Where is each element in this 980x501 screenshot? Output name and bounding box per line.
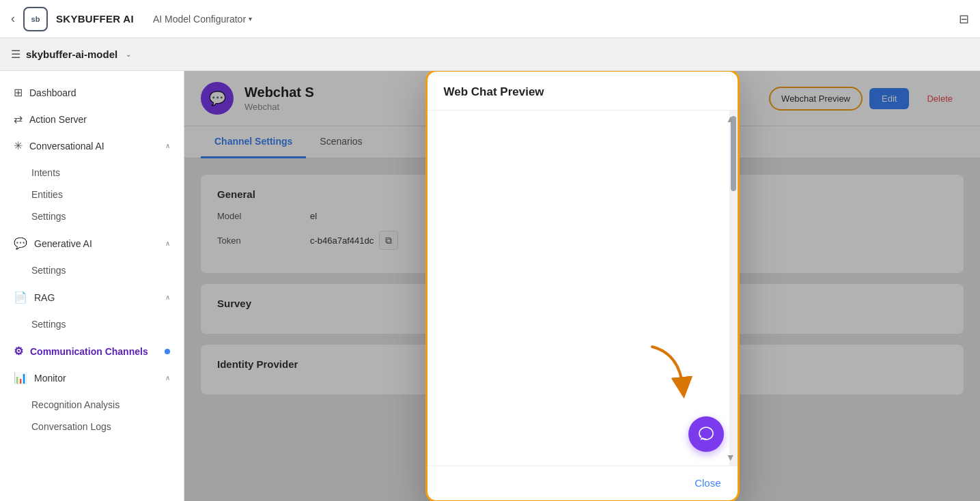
rag-icon: 📄 — [14, 291, 27, 304]
sidebar-item-label: Communication Channels — [30, 346, 158, 357]
modal-body: ▲ ▼ — [428, 111, 738, 466]
monitor-icon: 📊 — [14, 371, 27, 384]
generative-ai-submenu: Settings — [0, 257, 184, 284]
sidebar-item-label: Conversational AI — [29, 141, 158, 152]
second-bar: ☰ skybuffer-ai-model ⌄ — [0, 38, 980, 71]
active-dot — [165, 349, 170, 354]
sidebar-item-communication-channels[interactable]: ⚙ Communication Channels — [0, 338, 184, 364]
sidebar-item-label: Action Server — [29, 114, 170, 125]
sidebar-item-conversational-ai[interactable]: ✳ Conversational AI ∧ — [0, 132, 184, 159]
sidebar: ⊞ Dashboard ⇄ Action Server ✳ Conversati… — [0, 71, 184, 501]
sidebar-item-label: Dashboard — [29, 87, 170, 98]
sidebar-item-generative-settings[interactable]: Settings — [0, 259, 184, 281]
sidebar-item-label: Generative AI — [34, 238, 158, 249]
chevron-icon: ∧ — [165, 142, 170, 149]
hamburger-icon[interactable]: ☰ — [11, 48, 20, 61]
rag-submenu: Settings — [0, 311, 184, 338]
scroll-down-arrow[interactable]: ▼ — [726, 452, 736, 463]
brand-name: SKYBUFFER AI — [56, 13, 134, 25]
sidebar-item-recognition-analysis[interactable]: Recognition Analysis — [0, 394, 184, 416]
arrow-svg — [645, 340, 700, 401]
chevron-icon: ∧ — [165, 294, 170, 301]
chevron-icon: ∧ — [165, 374, 170, 382]
close-button[interactable]: Close — [695, 477, 720, 489]
sidebar-item-action-server[interactable]: ⇄ Action Server — [0, 106, 184, 132]
sidebar-item-rag-settings[interactable]: Settings — [0, 313, 184, 335]
content-area: 💬 Webchat S Webchat Webchat Preview Edit… — [184, 71, 980, 501]
scroll-thumb[interactable] — [731, 116, 736, 191]
workspace-chevron-icon[interactable]: ⌄ — [126, 51, 131, 58]
top-bar: ‹ sb SKYBUFFER AI AI Model Configurator … — [0, 0, 980, 38]
dashboard-icon: ⊞ — [14, 86, 23, 99]
sidebar-item-rag[interactable]: 📄 RAG ∧ — [0, 284, 184, 311]
conversational-ai-icon: ✳ — [14, 139, 23, 152]
chevron-down-icon: ▾ — [249, 15, 252, 23]
sidebar-item-entities[interactable]: Entities — [0, 184, 184, 205]
webchat-preview-modal: Web Chat Preview — [425, 71, 740, 501]
modal-title: Web Chat Preview — [444, 85, 544, 98]
modal-footer: Close — [428, 466, 738, 500]
sidebar-item-label: Monitor — [34, 373, 158, 384]
sidebar-item-monitor[interactable]: 📊 Monitor ∧ — [0, 364, 184, 391]
channels-icon: ⚙ — [14, 345, 23, 358]
action-server-icon: ⇄ — [14, 113, 23, 126]
sidebar-item-label: RAG — [34, 292, 158, 303]
arrow-indicator — [645, 340, 700, 404]
chevron-icon: ∧ — [165, 240, 170, 247]
modal-header: Web Chat Preview — [428, 72, 738, 111]
scroll-track — [729, 111, 738, 466]
sidebar-item-dashboard[interactable]: ⊞ Dashboard — [0, 79, 184, 106]
sidebar-item-intents[interactable]: Intents — [0, 162, 184, 184]
model-selector[interactable]: AI Model Configurator ▾ — [148, 11, 257, 27]
back-button[interactable]: ‹ — [11, 12, 15, 26]
chat-bubble-icon — [697, 425, 715, 443]
modal-overlay[interactable]: Web Chat Preview — [184, 71, 980, 501]
monitor-submenu: Recognition Analysis Conversation Logs — [0, 391, 184, 440]
sidebar-item-conversation-logs[interactable]: Conversation Logs — [0, 416, 184, 438]
main-layout: ⊞ Dashboard ⇄ Action Server ✳ Conversati… — [0, 71, 980, 501]
sidebar-item-generative-ai[interactable]: 💬 Generative AI ∧ — [0, 230, 184, 257]
chat-bubble[interactable] — [688, 416, 724, 452]
generative-ai-icon: 💬 — [14, 237, 27, 250]
conversational-ai-submenu: Intents Entities Settings — [0, 159, 184, 230]
workspace-name: skybuffer-ai-model — [26, 48, 117, 60]
filter-icon[interactable]: ⊟ — [959, 12, 969, 26]
sidebar-item-conversational-settings[interactable]: Settings — [0, 205, 184, 227]
scroll-up-arrow[interactable]: ▲ — [726, 113, 736, 124]
top-bar-right: ⊟ — [959, 12, 969, 27]
logo: sb — [23, 7, 48, 31]
